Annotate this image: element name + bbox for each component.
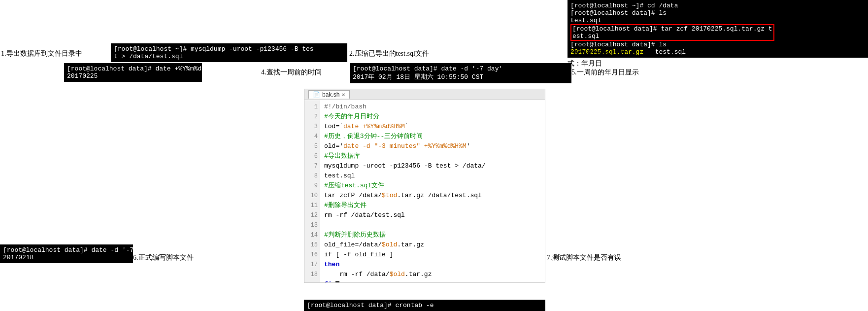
label-6: 6.正式编写脚本文件	[133, 253, 194, 262]
editor-filename: bak.sh	[322, 91, 339, 98]
label-3b: 式：年月日	[568, 59, 602, 68]
code-editor: 📄 bak.sh ✕ 12345 67 89 1011121314 151617…	[304, 89, 545, 283]
terminal-date-format: [root@localhost data]# date +%Y%m%d 2017…	[64, 63, 202, 82]
file-icon: 📄	[313, 91, 320, 98]
terminal-date-d: [root@localhost data]# date -d '-7 day' …	[350, 63, 571, 83]
panel-date-format: [root@localhost data]# date +%Y%m%d 2017…	[64, 63, 202, 82]
label-5: 5.一周前的年月日显示	[571, 68, 639, 77]
panel-date-bottom: [root@localhost data]# date -d '-7 day' …	[0, 244, 133, 263]
tar-command-highlight: [root@localhost data]# tar zcf 20170225.…	[570, 24, 774, 41]
terminal-mysqldump: [root@localhost ~]# mysqldump -uroot -p1…	[111, 43, 347, 62]
panel-date-d: [root@localhost data]# date -d '-7 day' …	[350, 63, 571, 83]
editor-tab[interactable]: 📄 bak.sh ✕	[308, 90, 350, 99]
label-2: 2.压缩已导出的test.sql文件	[349, 49, 429, 58]
panel-crontab: [root@localhost data]# crontab -e	[304, 300, 545, 311]
label-1: 1.导出数据库到文件目录中	[1, 49, 82, 58]
label-7: 7.测试脚本文件是否有误	[547, 253, 621, 262]
label-3: 3.格式化date表达形	[568, 49, 626, 58]
code-lines: #!/bin/bash #今天的年月日时分 tod=`date +%Y%m%d%…	[320, 100, 545, 282]
terminal-crontab: [root@localhost data]# crontab -e	[304, 300, 545, 311]
terminal-date-bottom: [root@localhost data]# date -d '-7 day' …	[0, 244, 133, 263]
line-numbers: 12345 67 89 1011121314 15161718	[304, 100, 320, 282]
editor-titlebar: 📄 bak.sh ✕	[304, 89, 545, 100]
close-icon[interactable]: ✕	[341, 92, 345, 98]
label-4: 4.查找一周前的时间	[261, 68, 322, 77]
editor-body: 12345 67 89 1011121314 15161718 #!/bin/b…	[304, 100, 545, 282]
panel-mysqldump: [root@localhost ~]# mysqldump -uroot -p1…	[111, 43, 347, 62]
